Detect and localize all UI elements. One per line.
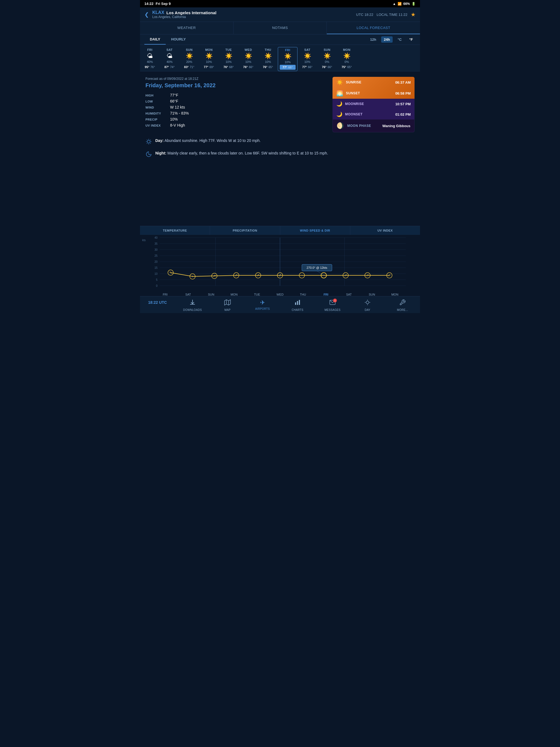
nav-day[interactable]: DAY [350, 299, 385, 311]
forecast-text-section: Day: Abundant sunshine. High 77F. Winds … [140, 132, 420, 166]
forecast-day-1[interactable]: SAT 🌤 40% 87°74° [160, 47, 179, 71]
charts-label: CHARTS [292, 308, 304, 311]
svg-text:40: 40 [154, 236, 158, 239]
nav-charts[interactable]: CHARTS [280, 299, 315, 311]
night-forecast-text: Night: Mainly clear early, then a few cl… [146, 150, 414, 159]
status-time: 14:22 [144, 2, 153, 6]
svg-text:↗: ↗ [279, 274, 281, 277]
airport-name: Los Angeles International [167, 10, 217, 15]
header: ❮ KLAX Los Angeles International Los Ang… [140, 7, 420, 22]
unit-celsius-button[interactable]: °C [395, 36, 404, 43]
local-time-label: LOCAL TIME 11:22 [377, 12, 407, 17]
svg-text:↗: ↗ [388, 274, 391, 277]
x-label-sun-1: SUN [360, 293, 383, 296]
nav-airports[interactable]: ✈ AIRPORTS [245, 299, 280, 311]
forecast-day-2[interactable]: SUN ☀️ 20% 83°71° [179, 47, 199, 71]
chart-wind-header[interactable]: WIND SPEED & DIR [280, 226, 350, 235]
forecast-day-3[interactable]: MON ☀️ 10% 77°69° [199, 47, 219, 71]
favorite-icon[interactable]: ★ [411, 11, 416, 18]
stat-precip: PRECIP 10% [146, 117, 327, 121]
airport-info: KLAX Los Angeles International Los Angel… [152, 10, 216, 19]
map-icon [224, 299, 231, 307]
chart-uv-header[interactable]: UV INDEX [350, 226, 420, 235]
time-24h-button[interactable]: 24h [381, 36, 393, 43]
svg-text:5: 5 [156, 278, 157, 281]
nav-map[interactable]: MAP [210, 299, 245, 311]
nav-messages[interactable]: 1 MESSAGES [315, 299, 350, 311]
svg-text:10: 10 [154, 272, 158, 275]
svg-text:↗: ↗ [213, 274, 216, 278]
svg-text:15: 15 [154, 266, 158, 269]
tab-local-forecast[interactable]: LOCAL FORECAST [327, 22, 420, 34]
svg-text:25: 25 [154, 254, 158, 257]
day-icon [364, 299, 371, 307]
x-label-sat-0: SAT [177, 293, 200, 296]
chart-header: TEMPERATURE PRECIPITATION WIND SPEED & D… [140, 226, 420, 235]
forecast-day-8[interactable]: SAT ☀️ 10% 77°66° [298, 47, 317, 71]
sunrise-icon: ☀️ [336, 79, 343, 85]
svg-text:↑: ↑ [192, 275, 193, 278]
svg-line-6 [150, 143, 151, 144]
svg-text:↗: ↗ [257, 274, 259, 277]
utc-time-display: 18:22 UTC [148, 299, 167, 306]
forecast-day-0[interactable]: FRI 🌤 40% 95°76° [140, 47, 160, 71]
stat-humidity: HUMIDITY 71% - 83% [146, 111, 327, 115]
time-12h-button[interactable]: 12h [367, 36, 379, 43]
day-label: DAY [365, 308, 371, 311]
sub-tab-daily[interactable]: DAILY [144, 34, 166, 45]
moonset-row: 🌙 MOONSET 01:02 PM [332, 109, 414, 120]
status-bar-left: 14:22 Fri Sep 9 [144, 2, 171, 6]
tab-notams[interactable]: NOTAMS [233, 22, 327, 34]
tab-weather[interactable]: WEATHER [140, 22, 233, 34]
moon-phase-row: 🌖 MOON PHASE Waning Gibbous [332, 120, 414, 132]
day-icon [146, 138, 152, 147]
wind-chart: 40 35 30 25 20 15 10 5 0 ↖ ↑ ↗ ↗ [140, 235, 420, 295]
main-content: Forecast as of 09/09/2022 at 18:21Z Frid… [140, 71, 420, 132]
svg-text:→: → [300, 274, 304, 277]
svg-text:270.0° @ 12kts: 270.0° @ 12kts [307, 266, 327, 269]
svg-rect-59 [297, 301, 298, 305]
forecast-details: Forecast as of 09/09/2022 at 18:21Z Frid… [146, 77, 327, 132]
stat-low: LOW 66°F [146, 99, 327, 103]
forecast-day-10[interactable]: MON ☀️ 0% 75°65° [337, 47, 357, 71]
svg-marker-55 [225, 300, 230, 305]
charts-icon [294, 299, 301, 307]
forecast-day-6[interactable]: THU ☀️ 10% 76°65° [258, 47, 278, 71]
moonset-icon: 🌙 [336, 111, 342, 117]
day-forecast-text: Day: Abundant sunshine. High 77F. Winds … [146, 138, 414, 147]
chart-temp-header[interactable]: TEMPERATURE [140, 226, 210, 235]
nav-more[interactable]: MORE... [385, 299, 420, 311]
svg-text:0: 0 [156, 284, 157, 287]
messages-badge: 1 [333, 299, 337, 302]
nav-downloads[interactable]: DOWNLOADS [175, 299, 210, 311]
forecast-day-4[interactable]: TUE ☀️ 10% 76°68° [219, 47, 238, 71]
forecast-as-of: Forecast as of 09/09/2022 at 18:21Z [146, 77, 327, 81]
sub-tab-hourly[interactable]: HOURLY [166, 34, 192, 45]
forecast-day-5[interactable]: WED ☀️ 10% 76°66° [238, 47, 258, 71]
main-tab-nav: WEATHER NOTAMS LOCAL FORECAST [140, 22, 420, 34]
sunset-icon: 🌅 [336, 90, 343, 97]
svg-point-62 [366, 301, 369, 304]
svg-rect-58 [295, 302, 296, 305]
x-label-mon-0: MON [223, 293, 246, 296]
svg-point-0 [147, 140, 150, 143]
chart-wrapper: kts 40 35 30 25 20 15 10 5 0 [140, 235, 420, 296]
svg-text:↗: ↗ [235, 274, 238, 277]
map-label: MAP [225, 308, 231, 311]
forecast-day-9[interactable]: SUN ☀️ 0% 76°66° [317, 47, 337, 71]
day-forecast-body: Day: Abundant sunshine. High 77F. Winds … [155, 138, 261, 144]
signal-icon: ▲ [393, 2, 396, 6]
weather-stats: HIGH 77°F LOW 66°F WIND W 12 kts HUMIDIT… [146, 93, 327, 127]
moonrise-icon: 🌙 [336, 101, 342, 107]
more-label: MORE... [397, 308, 408, 311]
moon-phase-icon: 🌖 [337, 122, 344, 129]
sunrise-row: ☀️ SUNRISE 06:37 AM 🌅 SUNSET 06:58 PM [332, 77, 414, 99]
status-date: Fri Sep 9 [156, 2, 171, 6]
back-button[interactable]: ❮ [144, 11, 149, 18]
forecast-day-7[interactable]: FRI ☀️ 10% 77°66° [278, 47, 298, 71]
header-right: UTC 18:22 LOCAL TIME 11:22 ★ [356, 11, 416, 18]
x-label-wed: WED [269, 293, 291, 296]
chart-precip-header[interactable]: PRECIPITATION [210, 226, 280, 235]
svg-text:35: 35 [154, 242, 158, 245]
unit-fahrenheit-button[interactable]: °F [407, 36, 416, 43]
